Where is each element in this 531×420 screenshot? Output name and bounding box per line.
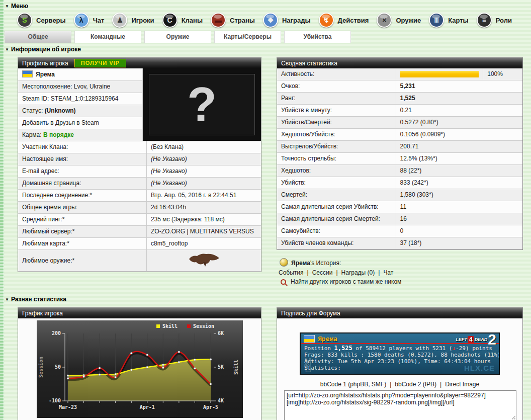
svg-text:4K: 4K [218, 398, 224, 403]
svg-text:200: 200 [51, 330, 60, 336]
menu-item-label: Награды [282, 17, 311, 24]
svg-text:Session: Session [193, 323, 214, 329]
svg-text:Skill: Skill [162, 323, 178, 329]
favorite-weapon-cell [147, 250, 261, 272]
history-link[interactable]: Чат [375, 269, 393, 277]
tab[interactable]: Командные [74, 31, 141, 43]
activity-label: Активность: [277, 68, 396, 80]
profile-row: Последнее соединение:* Втр. Апр. 05, 201… [18, 190, 261, 202]
svg-text:50: 50 [54, 364, 60, 370]
profile-row: Общее время игры: 2d 16:43:04h [18, 202, 261, 214]
menu-item[interactable]: ≡ Роли [477, 13, 512, 28]
player-history-block: Ярема's История: События Сессии Награды … [277, 250, 523, 286]
profile-row: E-mail адрес: (Не Указано) [18, 165, 261, 178]
player-name: Ярема [36, 71, 55, 78]
signature-banner: ✌ Ярема LEFT4DEAD2 Position 1,525 of 589… [300, 332, 500, 375]
menu-item[interactable]: ❖ Награды [263, 13, 311, 28]
stats-row: Выстрелов/Убийств: 200.71 [277, 141, 522, 153]
stats-row: Ранг: 1,525 [277, 93, 522, 105]
ukraine-flag-icon [304, 335, 315, 343]
menu-item-label: Чат [93, 17, 105, 24]
favorite-weapon-image [188, 252, 220, 267]
tab[interactable]: Оружие [144, 31, 211, 43]
menu-item-icon: ♟ [112, 13, 127, 28]
menu-item[interactable]: × Оружие [377, 13, 421, 28]
tab-bar: Общее Командные Оружие Карты/Серверы Уби… [4, 31, 531, 43]
menu-item[interactable]: S Серверы [17, 13, 66, 28]
stats-row: Убийств в минуту: 0.21 [277, 105, 522, 117]
stats-row: Хедшотов: 88 (22*) [277, 165, 522, 177]
stats-row: Убийств: 833 (242*) [277, 177, 522, 189]
stats-row: Смертей: 1,580 (303*) [277, 189, 522, 201]
find-same-nick-link[interactable]: Найти других игроков с таким же ником [291, 278, 401, 285]
stats-row: Самая длительная серия Убийств: 11 [277, 201, 522, 213]
profile-row: Средний пинг:* 235 мс (Задержка: 118 мс) [18, 214, 261, 226]
profile-panel-header: Профиль игрока ПОЛУЧИ VIP [18, 58, 261, 68]
peace-hand-image: ✌ [301, 351, 315, 375]
menu-item-icon: λ [74, 13, 89, 28]
forum-body: ✌ Ярема LEFT4DEAD2 Position 1,525 of 589… [277, 318, 522, 420]
page: ▼Меню S Серверы λ Чат ♟ Игроки C Кланы ▬… [4, 0, 531, 420]
history-icon [280, 258, 288, 267]
tab[interactable]: Общее [5, 31, 71, 43]
history-link[interactable]: События [279, 269, 304, 277]
history-title-suffix: 's История: [310, 260, 341, 267]
svg-text:Skill: Skill [233, 360, 239, 375]
menu-item[interactable]: ♟ Игроки [112, 13, 154, 28]
favorite-weapon-row: Любимое оружие:* [18, 250, 261, 272]
forum-signature-panel: Подпись для Форума ✌ Ярема LEFT4DEAD2 [277, 307, 523, 420]
bbcode-link[interactable]: Direct Image [436, 381, 479, 388]
menu-section-toggle[interactable]: ▼Меню [4, 0, 531, 11]
history-link[interactable]: Награды (0) [332, 269, 375, 277]
history-link[interactable]: Сессии [304, 269, 333, 277]
profile-row: Настоящее имя: (Не Указано) [18, 153, 261, 165]
left-decoration [0, 0, 4, 420]
profile-row: Steam ID: STEAM_1:0:1289315964 [18, 93, 142, 105]
main-menu: S Серверы λ Чат ♟ Игроки C Кланы ▬ Стран… [4, 11, 531, 31]
menu-item-icon: C [162, 13, 178, 28]
player-info-columns: Профиль игрока ПОЛУЧИ VIP Ярема Местопол… [4, 54, 531, 286]
svg-text:Mar-23: Mar-23 [58, 404, 76, 410]
player-info-section-toggle[interactable]: ▼Информация об игроке [4, 43, 531, 54]
bbcode-link[interactable]: bbCode 2 (IPB) [386, 381, 436, 388]
history-links: События Сессии Награды (0) Чат [279, 269, 523, 277]
menu-item[interactable]: Ⅲ Карты [429, 13, 469, 28]
menu-item-label: Кланы [182, 17, 203, 24]
svg-text:6K: 6K [218, 330, 224, 336]
favorite-weapon-label: Любимое оружие:* [18, 250, 147, 272]
bbcode-links: bbCode 1 (phpBB, SMF) bbCode 2 (IPB) Dir… [284, 381, 515, 388]
search-icon [281, 279, 286, 285]
activity-percent: 100% [483, 68, 522, 80]
menu-item[interactable]: ▬ Страны [211, 13, 255, 28]
get-vip-button[interactable]: ПОЛУЧИ VIP [74, 59, 126, 67]
tab[interactable]: Карты/Серверы [214, 31, 281, 43]
menu-item-icon: × [377, 13, 392, 28]
tab[interactable]: Убийства [284, 31, 351, 43]
menu-item-icon: Ⅲ [429, 13, 444, 28]
stats-row: Самая длительная серия Смертей: 16 [277, 213, 522, 225]
profile-row: Статус: (Unknown) [18, 105, 142, 117]
stats-row: Очков: 5,231 [277, 80, 522, 93]
misc-stats-section-toggle[interactable]: ▼Разная статистика [4, 293, 531, 304]
left4dead2-logo: LEFT4DEAD2 [456, 334, 496, 346]
avatar-placeholder: ? [149, 74, 255, 135]
profile-row: Карма: В порядке [18, 129, 142, 141]
profile-row: Любимый сервер:* ZO-ZO.ORG | MULTITANKS … [18, 226, 261, 238]
menu-item[interactable]: λ Чат [74, 13, 105, 28]
summary-panel-header: Сводная статистика [277, 58, 522, 68]
signature-position-value: 1,525 [334, 345, 352, 352]
menu-item[interactable]: ↯ Действия [319, 13, 369, 28]
stats-row: Точность стрельбы: 12.5% (13%*) [277, 153, 522, 165]
menu-item-icon: S [17, 13, 32, 28]
profile-row: Добавить в Друзья в Steam [18, 117, 142, 129]
menu-item-label: Страны [230, 17, 255, 24]
signature-player-name: Ярема [318, 335, 337, 343]
forum-panel-header: Подпись для Форума [277, 308, 522, 318]
bbcode-link[interactable]: bbCode 1 (phpBB, SMF) [320, 381, 386, 388]
menu-item-icon: ↯ [319, 13, 334, 28]
misc-stats-section-title: Разная статистика [11, 296, 66, 303]
bbcode-textarea[interactable]: [url=http://zo-zo.org/hlstatsx/hlstats.p… [284, 390, 516, 420]
profile-row: Местоположение: Lvov, Ukraine [18, 81, 142, 93]
player-info-section-title: Информация об игроке [11, 46, 81, 53]
menu-item[interactable]: C Кланы [162, 13, 203, 28]
